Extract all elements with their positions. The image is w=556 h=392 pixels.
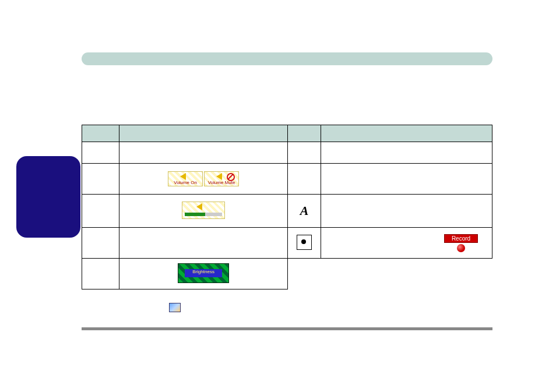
feature-table: Volume On Volume Mute [82, 125, 492, 289]
cell [82, 259, 119, 289]
cell [82, 164, 119, 195]
volume-slider-icon [182, 202, 225, 219]
footer-divider [82, 327, 492, 330]
header-cell-b [119, 125, 287, 142]
table-row [82, 142, 492, 164]
cell [82, 142, 119, 164]
wallpaper-thumbnail-icon [169, 303, 181, 312]
cell-empty [288, 259, 321, 289]
cell-volume-toggle: Volume On Volume Mute [119, 164, 287, 195]
icon-caption: Volume On [174, 180, 197, 185]
volume-mute-icon: Volume Mute [204, 171, 239, 186]
brightness-osd-icon: Brightness [178, 263, 229, 283]
cell [321, 164, 492, 195]
table-header-row [82, 125, 492, 142]
cell [288, 142, 321, 164]
cell-glyph-a: A [288, 195, 321, 228]
cell [119, 142, 287, 164]
cell [288, 164, 321, 195]
table-row: Brightness [82, 259, 492, 289]
cell-record-badge: Record [321, 228, 492, 259]
record-dot-icon [297, 235, 312, 250]
cell-volume-slider [119, 195, 287, 228]
sidebar-tab [16, 156, 80, 238]
record-badge-label: Record [444, 234, 478, 243]
header-cell-d [321, 125, 492, 142]
cell-brightness: Brightness [119, 259, 287, 289]
header-banner [82, 52, 492, 65]
cell [82, 228, 119, 259]
record-badge-icon: Record [444, 234, 478, 252]
autorotate-glyph-icon: A [300, 203, 309, 218]
cell-empty [321, 259, 492, 289]
brightness-osd-label: Brightness [178, 269, 228, 274]
table-row: Record [82, 228, 492, 259]
table-row: Volume On Volume Mute [82, 164, 492, 195]
cell [119, 228, 287, 259]
record-badge-dot-icon [457, 244, 465, 252]
cell [321, 142, 492, 164]
cell [82, 195, 119, 228]
cell-record-symbol [288, 228, 321, 259]
volume-on-icon: Volume On [168, 171, 203, 186]
table-row: A [82, 195, 492, 228]
header-cell-c [288, 125, 321, 142]
header-cell-a [82, 125, 119, 142]
cell [321, 195, 492, 228]
